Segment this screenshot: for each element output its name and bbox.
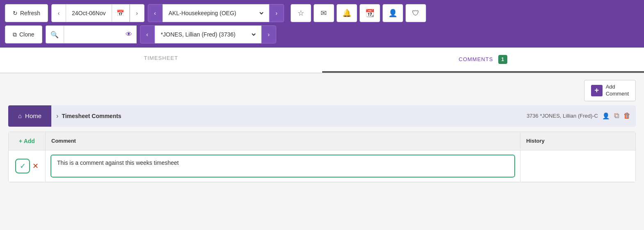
shield-icon: 🛡	[412, 9, 419, 18]
copy-icon[interactable]: ⧉	[614, 112, 619, 120]
emp-prev-button[interactable]: ‹	[140, 25, 155, 43]
refresh-button[interactable]: ↻ Refresh	[5, 4, 48, 22]
comments-badge: 1	[498, 55, 507, 64]
bell-icon: 🔔	[342, 9, 351, 18]
date-range-text: 24Oct-06Nov	[72, 10, 105, 16]
delete-row-button[interactable]: ✕	[32, 162, 39, 171]
history-cell	[520, 150, 635, 182]
tabs-bar: TIMESHEET COMMENTS 1	[0, 48, 644, 73]
home-icon: ⌂	[18, 112, 22, 119]
table-header: + Add Comment History	[9, 132, 635, 150]
add-comment-bar: + AddComment	[0, 73, 644, 105]
home-breadcrumb[interactable]: ⌂ Home	[8, 105, 51, 127]
comment-cell[interactable]: This is a comment against this weeks tim…	[46, 150, 520, 182]
comments-table: + Add Comment History ✓ ✕ This is a comm…	[8, 132, 636, 182]
refresh-label: Refresh	[20, 10, 40, 16]
delete-icon[interactable]: 🗑	[623, 112, 631, 120]
dept-next-button[interactable]: ›	[269, 4, 284, 22]
employee-dropdown[interactable]: *JONES, Lillian (Fred) (3736)	[155, 25, 261, 43]
date-display: 24Oct-06Nov	[66, 4, 111, 22]
clone-button[interactable]: ⧉ Clone	[5, 25, 42, 43]
inbox-button[interactable]: ✉	[314, 4, 334, 22]
toolbar-row-1: ↻ Refresh ‹ 24Oct-06Nov 📅 › ‹ AKL-Housek…	[5, 4, 426, 22]
add-row-button[interactable]: + Add	[19, 138, 35, 144]
add-comment-plus-icon: +	[591, 85, 603, 96]
add-comment-button[interactable]: + AddComment	[584, 80, 636, 101]
row-actions: ✓ ✕	[9, 150, 46, 182]
refresh-icon: ↻	[13, 10, 18, 16]
search-icon: 🔍	[50, 31, 59, 39]
breadcrumb-person-icon: 👤	[602, 112, 610, 120]
left-buttons: ↻ Refresh ‹ 24Oct-06Nov 📅 › ‹ AKL-Housek…	[5, 4, 426, 43]
add-row-label: + Add	[19, 138, 35, 144]
content-area: + AddComment ⌂ Home › Timesheet Comments…	[0, 73, 644, 182]
history-col-header: History	[526, 138, 545, 144]
calendar2-button[interactable]: 📆	[360, 4, 380, 22]
star-button[interactable]: ☆	[291, 4, 311, 22]
dept-prev-button[interactable]: ‹	[148, 4, 163, 22]
comment-col-header: Comment	[51, 138, 76, 144]
tab-timesheet[interactable]: TIMESHEET	[0, 48, 322, 73]
eye-icon[interactable]: 👁	[126, 31, 132, 38]
timesheet-tab-label: TIMESHEET	[144, 55, 178, 61]
calendar-button[interactable]: 📅	[112, 4, 130, 22]
employee-dropdown-group: ‹ *JONES, Lillian (Fred) (3736) ›	[140, 25, 276, 43]
star-icon: ☆	[298, 9, 304, 18]
employee-info-text: 3736 *JONES, Lillian (Fred)-C	[527, 113, 598, 119]
home-label: Home	[25, 112, 41, 119]
comment-input[interactable]: This is a comment against this weeks tim…	[50, 155, 515, 178]
person-icon: 👤	[388, 9, 397, 18]
breadcrumb-bar: ⌂ Home › Timesheet Comments 3736 *JONES,…	[8, 105, 636, 127]
add-comment-label: AddComment	[606, 84, 629, 98]
confirm-button[interactable]: ✓	[15, 159, 30, 173]
search-group: 🔍 👁	[46, 25, 137, 43]
th-history: History	[520, 133, 635, 149]
inbox-icon: ✉	[321, 9, 327, 18]
department-dropdown-group: ‹ AKL-Housekeeping (OEG) ›	[148, 4, 284, 22]
search-input[interactable]	[68, 31, 126, 38]
person-button[interactable]: 👤	[383, 4, 403, 22]
toolbar-row-2: ⧉ Clone 🔍 👁 ‹ *JONES, Lillian (Fred) (37…	[5, 25, 426, 43]
department-select[interactable]: AKL-Housekeeping (OEG)	[167, 9, 265, 17]
emp-next-button[interactable]: ›	[261, 25, 276, 43]
comments-tab-label: COMMENTS	[459, 56, 493, 62]
toolbar: ↻ Refresh ‹ 24Oct-06Nov 📅 › ‹ AKL-Housek…	[0, 0, 644, 48]
date-next-button[interactable]: ›	[130, 4, 144, 22]
table-row: ✓ ✕ This is a comment against this weeks…	[9, 150, 635, 182]
toolbar-action-icons: ☆ ✉ 🔔 📆 👤 🛡	[291, 4, 426, 22]
search-input-wrapper[interactable]: 👁	[64, 25, 137, 43]
breadcrumb-separator: ›	[56, 112, 58, 120]
employee-select[interactable]: *JONES, Lillian (Fred) (3736)	[159, 31, 257, 38]
breadcrumb-right: 3736 *JONES, Lillian (Fred)-C 👤 ⧉ 🗑	[527, 112, 636, 120]
clone-icon: ⧉	[13, 31, 17, 38]
breadcrumb-current: Timesheet Comments	[62, 113, 121, 119]
shield-button[interactable]: 🛡	[406, 4, 426, 22]
th-comment: Comment	[46, 133, 520, 149]
date-nav: ‹ 24Oct-06Nov 📅 ›	[51, 4, 144, 22]
tab-comments[interactable]: COMMENTS 1	[322, 48, 644, 73]
clone-label: Clone	[19, 31, 34, 38]
search-button[interactable]: 🔍	[46, 25, 64, 43]
bell-button[interactable]: 🔔	[337, 4, 357, 22]
th-add: + Add	[9, 132, 46, 150]
department-dropdown[interactable]: AKL-Housekeeping (OEG)	[163, 4, 269, 22]
calendar2-icon: 📆	[365, 9, 374, 18]
date-prev-button[interactable]: ‹	[51, 4, 66, 22]
